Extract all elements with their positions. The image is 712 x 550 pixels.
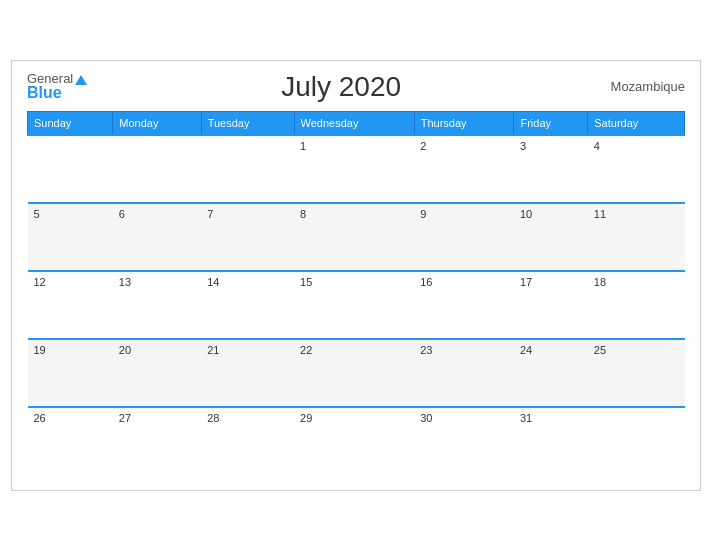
week-row-3: 12131415161718 <box>28 271 685 339</box>
day-cell-30: 30 <box>414 407 514 475</box>
day-number-17: 17 <box>520 276 582 288</box>
day-number-12: 12 <box>34 276 107 288</box>
day-number-31: 31 <box>520 412 582 424</box>
day-cell-23: 23 <box>414 339 514 407</box>
day-number-29: 29 <box>300 412 408 424</box>
day-cell-8: 8 <box>294 203 414 271</box>
day-number-4: 4 <box>594 140 679 152</box>
empty-cell-0-1 <box>113 135 201 203</box>
day-number-11: 11 <box>594 208 679 220</box>
day-number-30: 30 <box>420 412 508 424</box>
day-cell-17: 17 <box>514 271 588 339</box>
day-number-22: 22 <box>300 344 408 356</box>
day-number-14: 14 <box>207 276 288 288</box>
day-cell-5: 5 <box>28 203 113 271</box>
day-cell-10: 10 <box>514 203 588 271</box>
day-cell-31: 31 <box>514 407 588 475</box>
calendar-grid: SundayMondayTuesdayWednesdayThursdayFrid… <box>27 111 685 475</box>
day-cell-7: 7 <box>201 203 294 271</box>
day-number-26: 26 <box>34 412 107 424</box>
day-cell-26: 26 <box>28 407 113 475</box>
weekday-header-tuesday: Tuesday <box>201 111 294 135</box>
day-number-20: 20 <box>119 344 195 356</box>
calendar-container: General Blue July 2020 Mozambique Sunday… <box>11 60 701 491</box>
day-cell-15: 15 <box>294 271 414 339</box>
day-number-5: 5 <box>34 208 107 220</box>
day-cell-6: 6 <box>113 203 201 271</box>
logo-triangle-icon <box>75 75 87 85</box>
calendar-country: Mozambique <box>595 79 685 94</box>
day-cell-20: 20 <box>113 339 201 407</box>
day-cell-11: 11 <box>588 203 685 271</box>
day-cell-16: 16 <box>414 271 514 339</box>
day-number-3: 3 <box>520 140 582 152</box>
day-number-6: 6 <box>119 208 195 220</box>
day-number-21: 21 <box>207 344 288 356</box>
weekday-header-thursday: Thursday <box>414 111 514 135</box>
day-cell-19: 19 <box>28 339 113 407</box>
day-number-10: 10 <box>520 208 582 220</box>
empty-cell-0-0 <box>28 135 113 203</box>
day-cell-14: 14 <box>201 271 294 339</box>
day-cell-3: 3 <box>514 135 588 203</box>
day-number-19: 19 <box>34 344 107 356</box>
empty-cell-4-6 <box>588 407 685 475</box>
weekday-header-sunday: Sunday <box>28 111 113 135</box>
week-row-1: 1234 <box>28 135 685 203</box>
day-cell-28: 28 <box>201 407 294 475</box>
day-cell-29: 29 <box>294 407 414 475</box>
day-cell-21: 21 <box>201 339 294 407</box>
day-number-24: 24 <box>520 344 582 356</box>
day-number-15: 15 <box>300 276 408 288</box>
weekday-header-wednesday: Wednesday <box>294 111 414 135</box>
day-number-1: 1 <box>300 140 408 152</box>
day-cell-24: 24 <box>514 339 588 407</box>
logo: General Blue <box>27 72 87 101</box>
week-row-2: 567891011 <box>28 203 685 271</box>
calendar-title: July 2020 <box>87 71 595 103</box>
weekday-header-friday: Friday <box>514 111 588 135</box>
day-number-9: 9 <box>420 208 508 220</box>
day-number-28: 28 <box>207 412 288 424</box>
day-number-16: 16 <box>420 276 508 288</box>
day-cell-9: 9 <box>414 203 514 271</box>
day-cell-4: 4 <box>588 135 685 203</box>
day-number-23: 23 <box>420 344 508 356</box>
week-row-4: 19202122232425 <box>28 339 685 407</box>
weekday-header-saturday: Saturday <box>588 111 685 135</box>
day-cell-18: 18 <box>588 271 685 339</box>
week-row-5: 262728293031 <box>28 407 685 475</box>
calendar-header: General Blue July 2020 Mozambique <box>27 71 685 103</box>
day-number-25: 25 <box>594 344 679 356</box>
day-cell-27: 27 <box>113 407 201 475</box>
weekday-header-monday: Monday <box>113 111 201 135</box>
weekday-header-row: SundayMondayTuesdayWednesdayThursdayFrid… <box>28 111 685 135</box>
day-cell-13: 13 <box>113 271 201 339</box>
empty-cell-0-2 <box>201 135 294 203</box>
day-number-2: 2 <box>420 140 508 152</box>
logo-blue-text: Blue <box>27 85 87 101</box>
day-cell-25: 25 <box>588 339 685 407</box>
day-number-27: 27 <box>119 412 195 424</box>
day-number-18: 18 <box>594 276 679 288</box>
day-number-8: 8 <box>300 208 408 220</box>
day-cell-12: 12 <box>28 271 113 339</box>
day-cell-2: 2 <box>414 135 514 203</box>
day-cell-22: 22 <box>294 339 414 407</box>
day-number-7: 7 <box>207 208 288 220</box>
day-cell-1: 1 <box>294 135 414 203</box>
day-number-13: 13 <box>119 276 195 288</box>
